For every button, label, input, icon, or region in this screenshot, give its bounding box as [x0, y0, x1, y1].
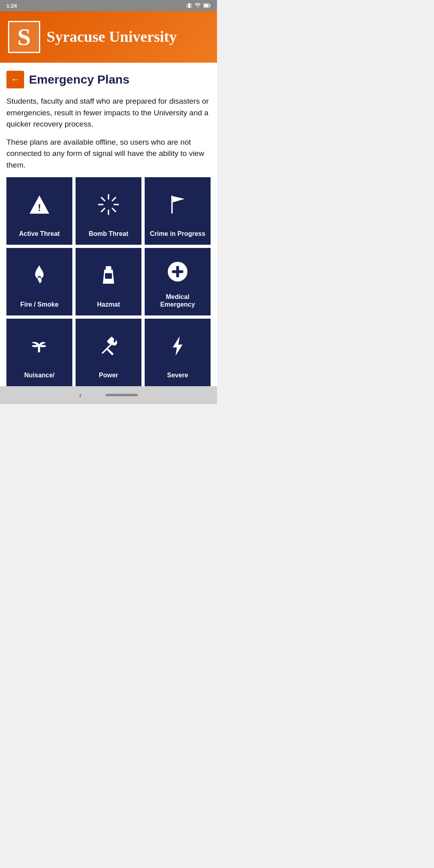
bomb-threat-label: Bomb Threat	[89, 230, 129, 237]
su-logo: S	[8, 21, 40, 53]
bottom-nav: ‹	[0, 386, 217, 404]
bird-icon	[28, 335, 51, 357]
description-1: Students, faculty and staff who are prep…	[6, 96, 211, 130]
status-time: 1:24	[6, 3, 17, 9]
grid-item-severe[interactable]: Severe	[145, 319, 211, 386]
svg-rect-2	[186, 6, 187, 7]
app-header: S Syracuse University	[0, 11, 217, 63]
status-bar: 1:24	[0, 0, 217, 11]
severe-icon	[166, 326, 189, 366]
grid-item-hazmat[interactable]: Hazmat	[76, 248, 141, 315]
svg-rect-18	[171, 196, 173, 214]
su-logo-letter: S	[17, 25, 31, 49]
crime-progress-label: Crime in Progress	[150, 230, 205, 237]
battery-icon	[203, 3, 211, 8]
svg-rect-1	[186, 4, 187, 5]
hazmat-container-icon	[97, 264, 120, 287]
grid-item-power[interactable]: Power	[76, 319, 141, 386]
medical-emergency-icon	[166, 255, 189, 288]
svg-line-15	[113, 209, 116, 212]
grid-item-fire-smoke[interactable]: Fire / Smoke	[6, 248, 72, 315]
svg-rect-7	[204, 4, 209, 7]
back-button[interactable]: ←	[6, 71, 24, 88]
fire-icon	[28, 264, 51, 287]
page-title: Emergency Plans	[29, 73, 129, 86]
severe-label: Severe	[167, 371, 188, 379]
vibrate-icon	[186, 2, 192, 9]
fire-smoke-label: Fire / Smoke	[20, 301, 58, 308]
page-title-row: ← Emergency Plans	[6, 71, 211, 88]
grid-item-medical-emergency[interactable]: Medical Emergency	[145, 248, 211, 315]
power-label: Power	[99, 371, 118, 379]
svg-rect-0	[188, 3, 190, 8]
svg-rect-4	[191, 6, 192, 7]
svg-line-17	[102, 209, 105, 212]
medical-cross-icon	[166, 260, 189, 283]
tools-icon	[97, 335, 120, 357]
medical-emergency-label: Medical Emergency	[148, 293, 207, 308]
grid-item-bomb-threat[interactable]: Bomb Threat	[76, 177, 141, 245]
lightning-icon	[166, 335, 189, 357]
flag-icon	[166, 193, 189, 216]
grid-item-nuisance[interactable]: Nuisance/	[6, 319, 72, 386]
hazmat-icon	[97, 255, 120, 296]
description-2: These plans are available offline, so us…	[6, 137, 211, 171]
home-indicator[interactable]	[106, 394, 138, 396]
power-icon	[97, 326, 120, 366]
hazmat-label: Hazmat	[97, 301, 120, 308]
nav-back-button[interactable]: ‹	[79, 391, 82, 399]
wifi-icon	[194, 3, 201, 8]
svg-rect-6	[210, 5, 211, 7]
crime-progress-icon	[166, 184, 189, 225]
active-threat-label: Active Threat	[19, 230, 59, 237]
nuisance-icon	[28, 326, 51, 366]
svg-rect-23	[172, 270, 183, 273]
svg-rect-25	[107, 349, 114, 356]
grid-item-crime-in-progress[interactable]: Crime in Progress	[145, 177, 211, 245]
warning-triangle-icon: !	[28, 193, 51, 216]
fire-smoke-icon	[28, 255, 51, 296]
bomb-threat-icon	[97, 184, 120, 225]
svg-line-14	[102, 198, 105, 201]
page-content: ← Emergency Plans Students, faculty and …	[0, 63, 217, 386]
grid-item-active-threat[interactable]: ! Active Threat	[6, 177, 72, 245]
bomb-icon	[97, 193, 120, 216]
svg-rect-19	[106, 266, 111, 270]
emergency-plans-grid: ! Active Threat Bomb Thre	[6, 177, 211, 386]
active-threat-icon: !	[28, 184, 51, 225]
svg-rect-3	[191, 4, 192, 5]
status-icons	[186, 2, 211, 9]
svg-text:!: !	[38, 202, 41, 213]
nuisance-label: Nuisance/	[24, 371, 55, 379]
svg-rect-20	[105, 273, 112, 279]
university-name: Syracuse University	[47, 29, 177, 45]
svg-line-16	[113, 198, 116, 201]
svg-point-24	[33, 342, 34, 344]
